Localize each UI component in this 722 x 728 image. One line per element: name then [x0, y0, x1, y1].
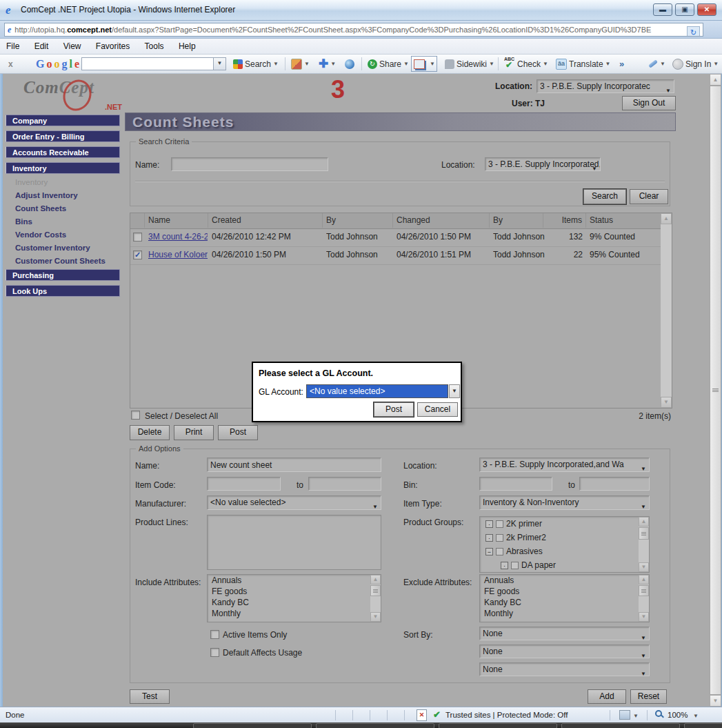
tree-expander-icon[interactable]: · [485, 534, 493, 542]
clear-button[interactable]: Clear [630, 189, 668, 204]
tree-scrollbar[interactable]: ▲ ▼ [639, 517, 649, 572]
translate-button[interactable]: āa Translate ▼ [556, 55, 611, 73]
item-type-select[interactable]: Inventory & Non-Inventory ▼ [479, 495, 650, 510]
signin-button[interactable]: Sign In ▼ [672, 55, 719, 73]
tree-item[interactable]: −Abrasives [480, 544, 649, 558]
col-header-items[interactable]: Items [543, 213, 586, 228]
share-button[interactable]: ↻ Share ▼ [368, 55, 409, 73]
scroll-up-icon[interactable]: ▲ [370, 575, 381, 584]
toolbar-search-button[interactable]: Search ▼ [233, 55, 279, 73]
list-item[interactable]: Annuals [480, 575, 649, 586]
scroll-up-icon[interactable]: ▲ [710, 74, 721, 86]
scrollbar-thumb[interactable] [710, 86, 721, 695]
scrollbar-thumb[interactable] [639, 585, 649, 596]
dialog-post-button[interactable]: Post [374, 402, 414, 417]
item-code-from-input[interactable] [207, 477, 281, 491]
reset-button[interactable]: Reset [630, 689, 667, 704]
chevron-down-icon[interactable]: ▼ [693, 713, 699, 719]
sidebar-item-purchasing[interactable]: Purchasing [6, 269, 120, 281]
add-name-input[interactable] [207, 458, 381, 472]
bin-from-input[interactable] [479, 477, 552, 491]
select-all-checkbox[interactable] [131, 411, 140, 420]
count-sheet-link[interactable]: 3M count 4-26-2010 [148, 232, 208, 242]
taskbar-button[interactable] [439, 723, 557, 728]
count-sheet-link[interactable]: House of Koloer C... [148, 250, 208, 259]
dialog-cancel-button[interactable]: Cancel [417, 402, 458, 417]
sort-by-select-2[interactable]: None ▼ [479, 645, 650, 658]
col-header-name[interactable]: Name [145, 213, 208, 228]
taskbar-button[interactable] [561, 723, 680, 728]
sidebar-subitem-customer-count-sheets[interactable]: Customer Count Sheets [15, 257, 106, 265]
bin-to-input[interactable] [579, 477, 650, 491]
sort-by-select-3[interactable]: None ▼ [479, 662, 650, 676]
test-button[interactable]: Test [130, 689, 170, 704]
taskbar-button[interactable] [684, 723, 722, 728]
tree-item[interactable]: ·2k Primer2 [480, 531, 649, 544]
browser-scrollbar[interactable]: ▲ ▼ [710, 74, 721, 707]
zoom-level[interactable]: 100% [668, 711, 688, 719]
toolbar-settings-button[interactable]: ▼ [648, 55, 665, 73]
scroll-down-icon[interactable]: ▼ [661, 397, 672, 408]
restore-button[interactable]: ▣ [675, 3, 694, 16]
list-scrollbar[interactable]: ▲ ▼ [370, 575, 381, 622]
sidebar-item-company[interactable]: Company [6, 115, 120, 126]
sidewiki-button[interactable]: Sidewiki ▼ [445, 55, 494, 73]
scroll-up-icon[interactable]: ▲ [639, 575, 649, 584]
add-location-select[interactable]: 3 - P.B.E. Supply Incorporated,and Wa ▼ [479, 458, 650, 472]
table-scrollbar[interactable]: ▲ ▼ [661, 213, 672, 408]
address-input[interactable]: ehttp://utopia.hq.comcept.net/default.as… [4, 23, 703, 37]
col-header-changed-by[interactable]: By [490, 213, 543, 228]
list-item[interactable]: Monthly [208, 608, 381, 619]
list-item[interactable]: Annuals [208, 575, 381, 586]
product-lines-listbox[interactable] [207, 515, 381, 570]
taskbar-button[interactable] [193, 723, 312, 728]
product-groups-tree[interactable]: ·2K primer ·2k Primer2 −Abrasives ·DA pa… [479, 516, 650, 573]
sidebar-item-accounts-receivable[interactable]: Accounts Receivable [6, 146, 120, 158]
menu-file[interactable]: File [0, 39, 26, 51]
scroll-up-icon[interactable]: ▲ [639, 517, 649, 527]
tree-checkbox[interactable] [496, 520, 503, 528]
list-item[interactable]: FE goods [480, 586, 649, 597]
signout-button[interactable]: Sign Out [622, 96, 676, 110]
search-history-dropdown-icon[interactable]: ▼ [213, 58, 225, 70]
delete-button[interactable]: Delete [130, 425, 170, 440]
sidebar-subitem-count-sheets[interactable]: Count Sheets [15, 204, 66, 213]
tree-item[interactable]: ·2K primer [480, 517, 649, 531]
toolbar-search-input[interactable]: ▼ [81, 57, 226, 70]
list-item[interactable]: Monthly [480, 608, 649, 619]
manufacturer-select[interactable]: <No value selected> ▼ [207, 495, 381, 510]
scroll-up-icon[interactable]: ▲ [661, 213, 672, 224]
menu-edit[interactable]: Edit [28, 39, 55, 51]
list-item[interactable]: Kandy BC [480, 597, 649, 608]
scroll-down-icon[interactable]: ▼ [639, 562, 649, 572]
scroll-down-icon[interactable]: ▼ [710, 695, 721, 707]
earth-button[interactable] [345, 55, 354, 73]
col-header-by[interactable]: By [323, 213, 393, 228]
col-header-created[interactable]: Created [208, 213, 323, 228]
tree-item[interactable]: ·DA paper [480, 558, 649, 572]
scrollbar-thumb[interactable] [639, 527, 649, 540]
list-item[interactable]: Kandy BC [208, 597, 381, 608]
chevron-down-icon[interactable]: ▼ [633, 713, 639, 719]
toolbar-close-icon[interactable]: x [8, 55, 13, 73]
scroll-down-icon[interactable]: ▼ [370, 612, 381, 622]
photos-button[interactable]: ▼ [291, 55, 310, 73]
close-button[interactable]: ✕ [697, 3, 716, 16]
sidebar-subitem-bins[interactable]: Bins [15, 217, 32, 226]
sidebar-item-order-entry-billing[interactable]: Order Entry - Billing [6, 130, 120, 142]
col-header-changed[interactable]: Changed [393, 213, 490, 228]
compatibility-icon[interactable] [619, 710, 630, 720]
menu-tools[interactable]: Tools [139, 39, 170, 51]
browser-mode-button[interactable]: ▼ [411, 56, 437, 72]
tree-checkbox[interactable] [496, 534, 503, 542]
menu-help[interactable]: Help [172, 39, 202, 51]
search-location-select[interactable]: 3 - P.B.E. Supply Incorporated,anc ▼ [485, 157, 601, 171]
exclude-attributes-listbox[interactable]: Annuals FE goods Kandy BC Monthly ▲ ▼ [479, 574, 650, 622]
check-button[interactable]: ABC ✔ Check ▼ [504, 55, 548, 73]
sort-by-select-1[interactable]: None ▼ [479, 627, 650, 640]
sidebar-item-inventory[interactable]: Inventory [6, 162, 120, 174]
search-name-input[interactable] [171, 157, 328, 171]
sidebar-subitem-adjust-inventory[interactable]: Adjust Inventory [15, 191, 78, 199]
active-items-only-checkbox[interactable] [210, 630, 219, 639]
page-error-icon[interactable]: ✕ [417, 709, 427, 721]
